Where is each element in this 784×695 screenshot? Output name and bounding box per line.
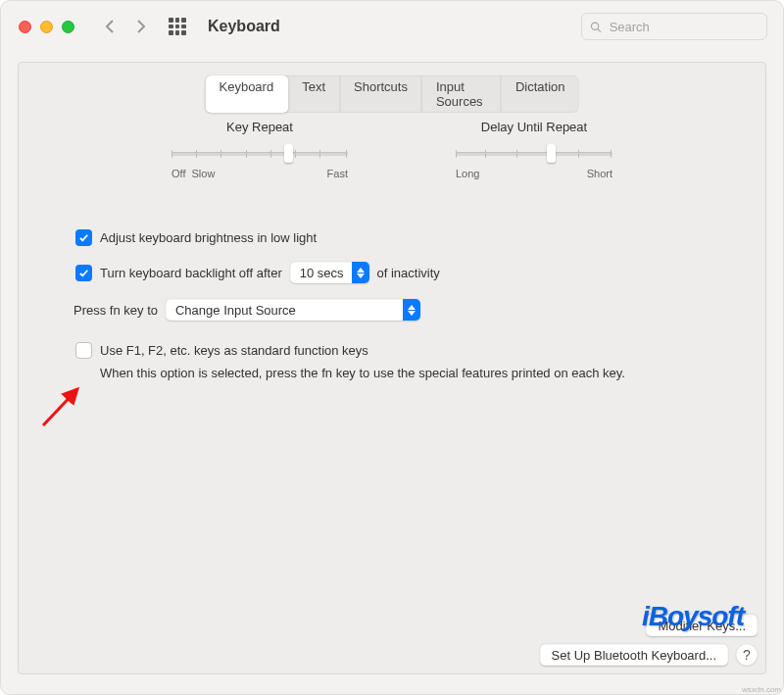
backlight-off-row: Turn keyboard backlight off after 10 sec… bbox=[75, 262, 726, 283]
checkmark-icon bbox=[78, 268, 89, 278]
modifier-keys-button[interactable]: Modifier Keys... bbox=[646, 615, 758, 636]
window-title: Keyboard bbox=[208, 18, 280, 35]
close-window-button[interactable] bbox=[19, 21, 31, 33]
key-repeat-slider[interactable] bbox=[172, 142, 348, 160]
search-icon bbox=[590, 21, 602, 33]
delay-slider[interactable] bbox=[456, 142, 612, 160]
svg-line-1 bbox=[598, 28, 601, 31]
key-repeat-off-label: Off bbox=[172, 168, 185, 179]
delay-label: Delay Until Repeat bbox=[456, 120, 612, 134]
backlight-off-label-before: Turn keyboard backlight off after bbox=[100, 266, 282, 280]
key-repeat-slow-label: Slow bbox=[191, 168, 215, 179]
svg-marker-4 bbox=[408, 305, 416, 310]
tab-input-sources[interactable]: Input Sources bbox=[422, 75, 502, 113]
backlight-off-select[interactable]: 10 secs bbox=[290, 262, 369, 283]
key-repeat-label: Key Repeat bbox=[172, 120, 348, 134]
show-all-icon[interactable] bbox=[169, 18, 186, 35]
fn-key-label: Press fn key to bbox=[74, 303, 158, 318]
delay-short-label: Short bbox=[587, 168, 612, 179]
svg-marker-5 bbox=[408, 311, 416, 316]
chevron-right-icon bbox=[136, 19, 146, 34]
backlight-off-checkbox[interactable] bbox=[75, 265, 92, 281]
select-stepper-icon bbox=[352, 262, 369, 283]
options-list: Adjust keyboard brightness in low light … bbox=[75, 229, 726, 382]
delay-block: Delay Until Repeat Long Short bbox=[456, 120, 612, 179]
tab-dictation[interactable]: Dictation bbox=[502, 75, 579, 113]
preferences-window: Keyboard Keyboard Text Shortcuts Input S… bbox=[0, 0, 784, 695]
back-button[interactable] bbox=[98, 15, 122, 38]
toolbar: Keyboard bbox=[1, 1, 783, 52]
key-repeat-fast-label: Fast bbox=[327, 168, 348, 179]
setup-bluetooth-keyboard-button[interactable]: Set Up Bluetooth Keyboard... bbox=[540, 644, 728, 666]
backlight-off-label-after: of inactivity bbox=[377, 266, 440, 280]
search-input[interactable] bbox=[608, 19, 759, 35]
use-f-keys-row: Use F1, F2, etc. keys as standard functi… bbox=[75, 342, 726, 359]
window-controls bbox=[19, 21, 74, 33]
svg-line-7 bbox=[43, 389, 77, 425]
fn-key-row: Press fn key to Change Input Source bbox=[74, 299, 726, 321]
adjust-brightness-checkbox[interactable] bbox=[75, 229, 92, 246]
adjust-brightness-row: Adjust keyboard brightness in low light bbox=[75, 229, 726, 246]
delay-long-label: Long bbox=[456, 168, 479, 179]
delay-thumb[interactable] bbox=[547, 144, 556, 163]
backlight-off-value: 10 secs bbox=[300, 266, 344, 280]
key-repeat-thumb[interactable] bbox=[284, 144, 293, 163]
sliders-area: Key Repeat OffSlow Fast Delay Until Repe… bbox=[19, 120, 765, 179]
adjust-brightness-label: Adjust keyboard brightness in low light bbox=[100, 230, 317, 245]
maximize-window-button[interactable] bbox=[62, 21, 74, 33]
minimize-window-button[interactable] bbox=[40, 21, 53, 33]
chevron-left-icon bbox=[105, 19, 115, 34]
search-field[interactable] bbox=[581, 13, 767, 40]
select-stepper-icon bbox=[403, 299, 420, 321]
svg-point-0 bbox=[591, 23, 598, 29]
help-button[interactable]: ? bbox=[736, 644, 758, 666]
forward-button[interactable] bbox=[129, 15, 153, 38]
annotation-arrow-icon bbox=[38, 381, 87, 430]
svg-marker-3 bbox=[357, 273, 365, 278]
key-repeat-block: Key Repeat OffSlow Fast bbox=[172, 120, 348, 179]
tab-bar: Keyboard Text Shortcuts Input Sources Di… bbox=[206, 75, 579, 113]
use-f-keys-checkbox[interactable] bbox=[75, 342, 92, 359]
fn-key-value: Change Input Source bbox=[175, 303, 296, 318]
checkmark-icon bbox=[78, 232, 89, 243]
svg-marker-2 bbox=[357, 268, 365, 273]
use-f-keys-label: Use F1, F2, etc. keys as standard functi… bbox=[100, 343, 368, 358]
main-panel: Keyboard Text Shortcuts Input Sources Di… bbox=[18, 62, 766, 674]
tab-shortcuts[interactable]: Shortcuts bbox=[340, 75, 422, 113]
bottom-buttons: Modifier Keys... Set Up Bluetooth Keyboa… bbox=[540, 615, 758, 666]
use-f-keys-description: When this option is selected, press the … bbox=[100, 365, 726, 382]
source-label: wsxdn.com bbox=[742, 685, 781, 694]
tab-keyboard[interactable]: Keyboard bbox=[206, 75, 289, 113]
fn-key-select[interactable]: Change Input Source bbox=[166, 299, 420, 321]
tab-text[interactable]: Text bbox=[288, 75, 340, 113]
